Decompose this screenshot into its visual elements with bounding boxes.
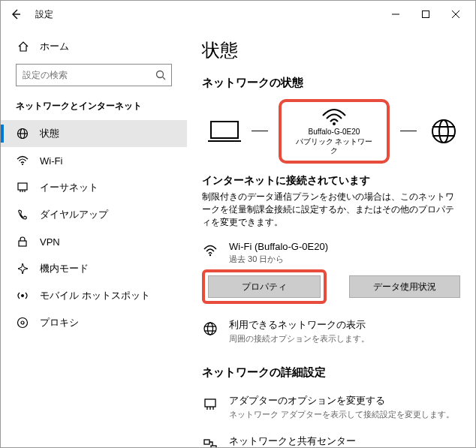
network-status-heading: ネットワークの状態 — [202, 76, 460, 90]
home-label: ホーム — [40, 40, 69, 53]
sharing-center-link[interactable]: ネットワークと共有センター 接続先のネットワークについて、共有するものを指定しま… — [202, 435, 460, 447]
data-usage-button[interactable]: データ使用状況 — [349, 275, 460, 298]
svg-line-6 — [163, 77, 166, 80]
sidebar-item-label: Wi-Fi — [40, 155, 62, 167]
network-type-label: パブリック ネットワーク — [294, 137, 375, 156]
wifi-info-block: Wi-Fi (Buffalo-G-0E20) 過去 30 日から — [202, 241, 460, 265]
vpn-icon — [16, 235, 29, 248]
sidebar-item-hotspot[interactable]: モバイル ホットスポット — [1, 282, 187, 309]
svg-rect-11 — [18, 183, 27, 190]
titlebar: 設定 — [1, 1, 475, 28]
sidebar-item-vpn[interactable]: VPN — [1, 228, 187, 255]
highlighted-network: Buffalo-G-0E20 パブリック ネットワーク — [279, 99, 390, 164]
wifi-signal-icon — [321, 107, 347, 126]
sidebar-item-label: プロキシ — [40, 316, 79, 329]
globe-icon — [427, 118, 460, 145]
wifi-period: 過去 30 日から — [229, 254, 328, 265]
sidebar: ホーム ネットワークとインターネット 状態 Wi-Fi イーサネット — [1, 28, 187, 447]
sidebar-item-ethernet[interactable]: イーサネット — [1, 174, 187, 201]
connected-description: 制限付きのデータ通信プランをお使いの場合は、このネットワークを従量制課金接続に設… — [202, 191, 460, 230]
svg-point-18 — [21, 321, 24, 324]
sidebar-item-label: VPN — [40, 236, 60, 248]
connection-line — [400, 131, 416, 131]
connection-line — [252, 131, 267, 131]
sidebar-item-dialup[interactable]: ダイヤルアップ — [1, 201, 187, 228]
proxy-icon — [16, 316, 29, 329]
svg-point-23 — [439, 120, 448, 143]
link-title: 利用できるネットワークの表示 — [229, 319, 369, 332]
svg-rect-15 — [19, 241, 26, 246]
link-subtitle: 周囲の接続オプションを表示します。 — [229, 333, 369, 344]
advanced-heading: ネットワークの詳細設定 — [202, 365, 460, 380]
ssid-label: Buffalo-G-0E20 — [294, 128, 375, 137]
svg-rect-36 — [211, 446, 216, 447]
svg-point-17 — [18, 318, 28, 328]
svg-point-21 — [333, 122, 336, 125]
sidebar-item-airplane[interactable]: 機内モード — [1, 255, 187, 282]
sidebar-item-label: イーサネット — [40, 181, 98, 194]
link-title: ネットワークと共有センター — [229, 435, 460, 447]
sidebar-item-label: 機内モード — [40, 262, 89, 275]
svg-point-10 — [22, 164, 23, 165]
link-title: アダプターのオプションを変更する — [229, 395, 454, 407]
sidebar-item-proxy[interactable]: プロキシ — [1, 309, 187, 336]
available-networks-link[interactable]: 利用できるネットワークの表示 周囲の接続オプションを表示します。 — [202, 319, 460, 344]
svg-point-26 — [209, 254, 211, 256]
page-heading: 状態 — [202, 38, 460, 62]
home-link[interactable]: ホーム — [1, 35, 187, 64]
network-diagram: Buffalo-G-0E20 パブリック ネットワーク — [208, 99, 460, 164]
hotspot-icon — [16, 289, 29, 302]
properties-button[interactable]: プロパティ — [208, 275, 321, 298]
sharing-icon — [202, 437, 218, 447]
svg-rect-19 — [211, 122, 238, 138]
status-icon — [16, 127, 29, 140]
svg-point-16 — [21, 294, 24, 297]
close-button[interactable] — [441, 4, 471, 25]
search-icon — [154, 68, 167, 82]
svg-rect-31 — [205, 399, 215, 407]
sidebar-item-label: 状態 — [40, 127, 59, 140]
wifi-name: Wi-Fi (Buffalo-G-0E20) — [229, 241, 328, 252]
ethernet-icon — [16, 181, 29, 194]
computer-icon — [208, 118, 241, 145]
maximize-button[interactable] — [411, 4, 441, 25]
minimize-button[interactable] — [381, 4, 411, 25]
svg-point-27 — [204, 323, 216, 335]
svg-rect-35 — [204, 440, 209, 444]
airplane-icon — [16, 262, 29, 275]
connected-heading: インターネットに接続されています — [202, 174, 460, 188]
content: 状態 ネットワークの状態 Buffalo-G-0E20 パブリック ネットワーク — [187, 28, 475, 447]
globe-icon — [202, 320, 218, 337]
adapter-icon — [202, 396, 218, 413]
link-subtitle: ネットワーク アダプターを表示して接続設定を変更します。 — [229, 409, 454, 420]
sidebar-item-label: モバイル ホットスポット — [40, 289, 150, 302]
search-input[interactable] — [16, 64, 172, 86]
wifi-icon — [16, 154, 29, 167]
sidebar-item-wifi[interactable]: Wi-Fi — [1, 147, 187, 174]
svg-point-22 — [432, 120, 455, 143]
svg-point-28 — [208, 323, 213, 335]
sidebar-item-status[interactable]: 状態 — [1, 120, 187, 147]
sidebar-item-label: ダイヤルアップ — [40, 208, 108, 221]
svg-point-5 — [157, 71, 164, 78]
dialup-icon — [16, 208, 29, 221]
svg-rect-2 — [423, 11, 429, 18]
search-wrap — [16, 64, 172, 86]
wifi-icon — [202, 242, 218, 259]
back-button[interactable] — [5, 4, 26, 25]
sidebar-section-label: ネットワークとインターネット — [1, 100, 187, 120]
home-icon — [17, 41, 29, 53]
window-title: 設定 — [35, 8, 381, 21]
adapter-options-link[interactable]: アダプターのオプションを変更する ネットワーク アダプターを表示して接続設定を変… — [202, 395, 460, 420]
highlighted-button: プロパティ — [202, 269, 327, 304]
